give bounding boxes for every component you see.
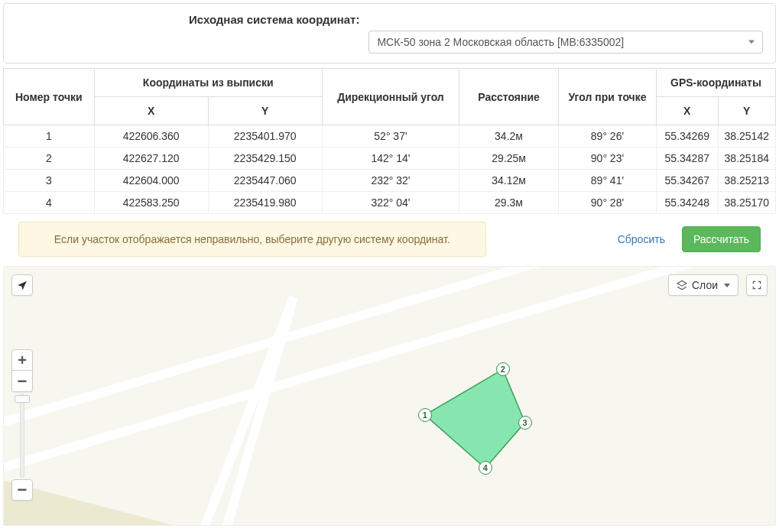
cell-n: 4 (4, 192, 95, 214)
col-distance: Расстояние (459, 69, 559, 125)
zoom-in-button[interactable]: + (11, 349, 33, 371)
actions-row: Если участок отображается неправильно, в… (3, 214, 776, 266)
cell-n: 2 (4, 148, 95, 170)
table-row: 1422606.3602235401.97052° 37'34.2м89° 26… (4, 125, 776, 148)
zoom-slider[interactable] (20, 394, 24, 478)
cell-gx: 55.34269 (656, 125, 718, 148)
svg-marker-2 (677, 281, 686, 286)
cell-dist: 34.12м (459, 170, 559, 192)
cell-dir: 52° 37' (322, 125, 459, 148)
table-row: 4422583.2502235419.980322° 04'29.3м90° 2… (4, 192, 776, 214)
col-gps-y: Y (718, 97, 775, 125)
cell-dir: 232° 32' (322, 170, 459, 192)
cell-gx: 55.34287 (656, 148, 718, 170)
calculate-button[interactable]: Рассчитать (682, 226, 761, 252)
cell-gy: 38.25213 (718, 170, 775, 192)
cell-dist: 34.2м (459, 125, 559, 148)
reset-button[interactable]: Сбросить (612, 229, 671, 250)
point-marker[interactable]: 3 (518, 416, 532, 430)
cell-y: 2235401.970 (208, 125, 322, 148)
coordinates-table: Номер точки Координаты из выписки Дирекц… (3, 68, 776, 214)
cell-gy: 38.25184 (718, 148, 775, 170)
cell-ang: 89° 26' (558, 125, 656, 148)
coord-system-select-value[interactable]: МСК-50 зона 2 Московская область [МВ:633… (368, 31, 763, 54)
cell-dist: 29.3м (459, 192, 559, 214)
point-marker[interactable]: 2 (496, 362, 510, 376)
cell-x: 422606.360 (94, 125, 208, 148)
point-marker[interactable]: 4 (479, 461, 492, 475)
cell-y: 2235447.060 (208, 170, 322, 192)
cell-x: 422604.000 (94, 170, 208, 192)
table-row: 2422627.1202235429.150142° 14'29.25м90° … (4, 148, 776, 170)
point-marker[interactable]: 1 (418, 408, 432, 422)
layers-button[interactable]: Слои (668, 274, 738, 296)
cell-y: 2235429.150 (208, 148, 322, 170)
cell-n: 1 (4, 125, 95, 148)
zoom-slider-handle[interactable] (15, 395, 30, 403)
cell-dir: 142° 14' (322, 148, 459, 170)
col-gps-x: X (656, 97, 718, 125)
coord-system-select[interactable]: МСК-50 зона 2 Московская область [МВ:633… (368, 31, 763, 54)
cell-ang: 90° 23' (558, 148, 656, 170)
map-area[interactable]: + − − Слои 1234 (3, 266, 776, 526)
cell-gy: 38.25142 (718, 125, 775, 148)
col-angle-at-point: Угол при точке (558, 69, 656, 125)
col-y: Y (208, 97, 322, 125)
cell-y: 2235419.980 (208, 192, 322, 214)
cell-dist: 29.25м (459, 148, 559, 170)
col-gps: GPS-координаты (656, 69, 775, 97)
fullscreen-button[interactable] (746, 274, 768, 296)
cell-dir: 322° 04' (322, 192, 459, 214)
cell-n: 3 (4, 170, 95, 192)
zoom-out-button[interactable]: − (11, 371, 33, 392)
layers-icon (677, 280, 687, 290)
col-coords-extract: Координаты из выписки (94, 69, 322, 97)
fullscreen-icon (751, 280, 762, 290)
cell-ang: 89° 41' (558, 170, 656, 192)
col-x: X (94, 97, 208, 125)
cell-x: 422583.250 (94, 192, 208, 214)
coord-system-panel: Исходная система координат: МСК-50 зона … (3, 3, 776, 63)
cell-gx: 55.34267 (656, 170, 718, 192)
cell-gx: 55.34248 (656, 192, 718, 214)
cell-ang: 90° 28' (558, 192, 656, 214)
zoom-out-button-2[interactable]: − (11, 479, 33, 501)
col-direction-angle: Дирекционный угол (322, 69, 459, 125)
table-row: 3422604.0002235447.060232° 32'34.12м89° … (4, 170, 776, 192)
wrong-crs-alert: Если участок отображается неправильно, в… (18, 222, 486, 257)
col-point-no: Номер точки (4, 69, 95, 125)
layers-label: Слои (692, 279, 718, 291)
geolocate-icon[interactable] (11, 274, 33, 296)
chevron-down-icon (724, 284, 730, 287)
cell-x: 422627.120 (94, 148, 208, 170)
coord-system-label: Исходная система координат: (16, 13, 359, 26)
cell-gy: 38.25170 (718, 192, 775, 214)
